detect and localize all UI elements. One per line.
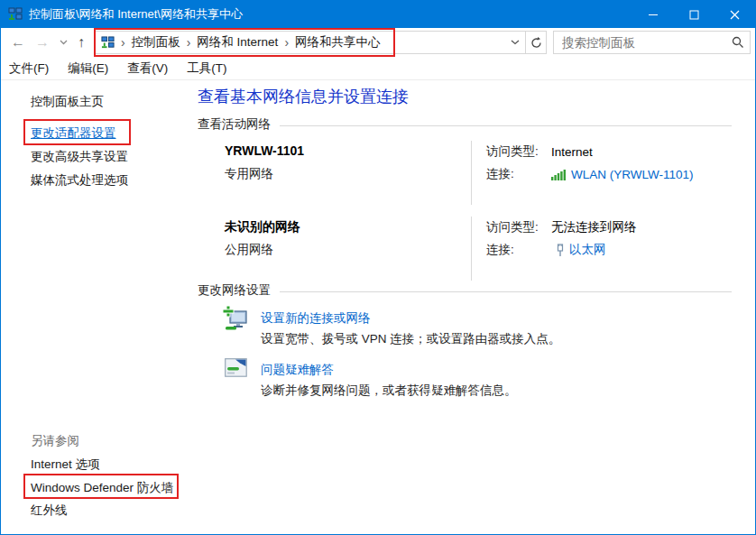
network-sharing-center-window: 控制面板\网络和 Internet\网络和共享中心 ← → ↑ <box>0 0 756 535</box>
sidebar: 控制面板主页 更改适配器设置 更改高级共享设置 媒体流式处理选项 另请参阅 In… <box>1 80 190 534</box>
window-title: 控制面板\网络和 Internet\网络和共享中心 <box>29 6 243 23</box>
task-link-troubleshoot[interactable]: 问题疑难解答 <box>261 362 334 378</box>
connection-row: 连接: WLAN (YRWLW-1101) <box>486 166 694 182</box>
section-change-network-settings: 更改网络设置 <box>198 282 732 299</box>
network-sharing-icon <box>8 7 23 22</box>
access-type-label: 访问类型: <box>486 143 551 160</box>
maximize-button[interactable] <box>674 1 715 28</box>
connection-label-wrap: 连接: <box>486 242 551 258</box>
breadcrumb-separator-icon: › <box>119 35 127 50</box>
sidebar-item-change-adapter-settings[interactable]: 更改适配器设置 <box>31 125 116 142</box>
menu-bar: 文件(F) 编辑(E) 查看(V) 工具(T) <box>1 57 755 80</box>
breadcrumb-separator-icon: › <box>185 35 193 50</box>
access-type-row: 访问类型: Internet <box>486 143 593 160</box>
breadcrumb-control-panel[interactable]: 控制面板 <box>132 34 180 51</box>
menu-tools[interactable]: 工具(T) <box>187 60 226 77</box>
close-button[interactable] <box>715 1 755 28</box>
section-rule <box>280 291 732 292</box>
sidebar-item-control-panel-home[interactable]: 控制面板主页 <box>31 94 104 110</box>
search-box[interactable] <box>553 31 751 54</box>
search-input[interactable] <box>562 36 732 50</box>
sidebar-item-infrared[interactable]: 红外线 <box>31 503 68 519</box>
window-controls <box>633 1 755 28</box>
sidebar-item-internet-options[interactable]: Internet 选项 <box>31 457 100 473</box>
connection-link-ethernet[interactable]: 以太网 <box>569 242 606 258</box>
nav-buttons: ← → ↑ <box>1 35 95 50</box>
access-type-label: 访问类型: <box>486 219 551 235</box>
search-icon[interactable] <box>732 36 744 49</box>
access-type-row: 访问类型: 无法连接到网络 <box>486 219 637 235</box>
page-title: 查看基本网络信息并设置连接 <box>198 86 409 107</box>
address-dropdown-icon[interactable] <box>505 32 525 53</box>
minimize-button[interactable] <box>633 1 674 28</box>
breadcrumb-separator-icon: › <box>282 35 290 50</box>
address-bar-controls <box>505 32 546 53</box>
back-icon[interactable]: ← <box>11 35 25 50</box>
navigation-toolbar: ← → ↑ › 控制面板 › 网络和 Internet › 网 <box>1 28 755 57</box>
address-bar[interactable]: › 控制面板 › 网络和 Internet › 网络和共享中心 <box>95 31 547 54</box>
network-sharing-icon <box>101 36 115 50</box>
network-profile: 专用网络 <box>225 166 273 182</box>
task-desc-setup-new-connection: 设置宽带、拨号或 VPN 连接；或设置路由器或接入点。 <box>261 331 560 347</box>
refresh-icon[interactable] <box>526 32 546 53</box>
sidebar-item-windows-defender-firewall[interactable]: Windows Defender 防火墙 <box>31 480 173 496</box>
connection-label: 连接: <box>486 242 514 258</box>
sidebar-see-also-header: 另请参阅 <box>31 433 79 449</box>
network-name: YRWLW-1101 <box>225 143 304 158</box>
network-profile: 公用网络 <box>225 242 273 258</box>
up-icon[interactable]: ↑ <box>78 35 85 50</box>
title-bar: 控制面板\网络和 Internet\网络和共享中心 <box>1 1 755 28</box>
task-desc-troubleshoot: 诊断并修复网络问题，或者获得疑难解答信息。 <box>261 383 517 399</box>
section-rule <box>280 125 732 126</box>
setup-new-connection-icon <box>223 306 248 334</box>
task-link-setup-new-connection[interactable]: 设置新的连接或网络 <box>261 310 371 327</box>
main-area: 控制面板主页 更改适配器设置 更改高级共享设置 媒体流式处理选项 另请参阅 In… <box>1 80 755 534</box>
sidebar-item-change-advanced-sharing[interactable]: 更改高级共享设置 <box>31 149 128 165</box>
content-pane: 查看基本网络信息并设置连接 查看活动网络 YRWLW-1101 专用网络 访问类… <box>190 80 755 534</box>
menu-file[interactable]: 文件(F) <box>9 60 49 77</box>
forward-icon[interactable]: → <box>35 35 50 50</box>
menu-edit[interactable]: 编辑(E) <box>68 60 108 77</box>
access-type-value: Internet <box>551 145 593 159</box>
wifi-signal-icon <box>551 169 567 180</box>
section-label: 查看活动网络 <box>198 116 271 133</box>
network-name: 未识别的网络 <box>225 219 300 235</box>
breadcrumb-network-internet[interactable]: 网络和 Internet <box>197 34 278 51</box>
network-divider <box>471 141 472 205</box>
ethernet-icon <box>556 244 565 257</box>
troubleshoot-icon <box>225 358 247 380</box>
connection-label: 连接: <box>486 166 551 182</box>
network-divider <box>471 217 472 281</box>
access-type-value: 无法连接到网络 <box>551 219 637 235</box>
connection-row: 连接: 以太网 <box>486 242 606 258</box>
connection-link-wlan[interactable]: WLAN (YRWLW-1101) <box>571 168 694 181</box>
breadcrumb-network-sharing-center[interactable]: 网络和共享中心 <box>295 34 381 51</box>
section-view-active-networks: 查看活动网络 <box>198 116 732 133</box>
recent-pages-dropdown-icon[interactable] <box>60 40 68 45</box>
menu-view[interactable]: 查看(V) <box>127 60 168 77</box>
sidebar-item-media-streaming-options[interactable]: 媒体流式处理选项 <box>31 172 128 189</box>
section-label: 更改网络设置 <box>198 282 271 299</box>
